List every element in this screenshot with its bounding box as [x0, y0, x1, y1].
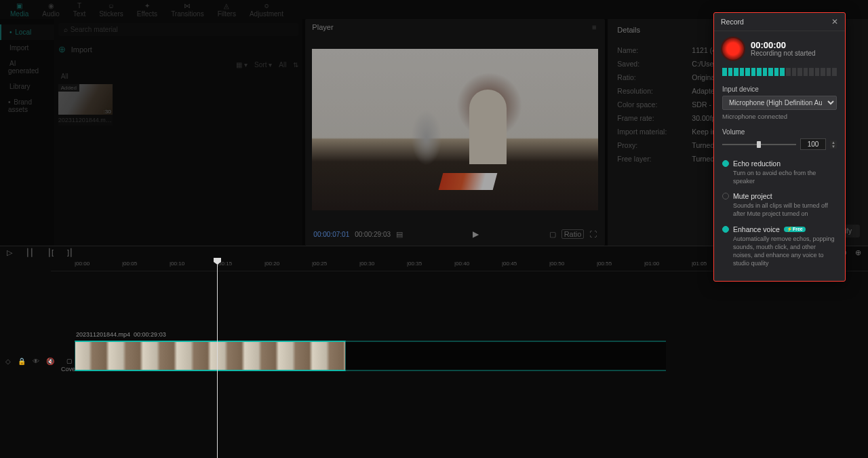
ratio-button[interactable]: Ratio — [561, 229, 585, 239]
crop-icon[interactable]: ▢ — [549, 230, 556, 239]
view-grid-icon[interactable]: ▦ ▾ — [236, 61, 248, 69]
sidebar-item-local[interactable]: Local — [0, 24, 54, 40]
compare-icon[interactable]: ▤ — [396, 230, 403, 239]
transitions-icon: ⋈ — [182, 2, 192, 10]
filters-icon: ◬ — [222, 2, 231, 10]
tab-audio[interactable]: ◉Audio — [35, 1, 66, 19]
volume-slider[interactable] — [722, 144, 796, 145]
duration-badge: :30 — [104, 109, 111, 115]
eye-icon[interactable]: 👁 — [33, 358, 39, 458]
left-sidebar: Local Import AI generated Library Brand … — [0, 19, 54, 246]
timeline-tracks[interactable]: |00:00|00:05|00:10|00:15|00:20|00:25|00:… — [51, 259, 868, 458]
echo-desc: Turn on to avoid echo from the speaker — [733, 169, 837, 185]
player-menu-icon[interactable]: ≡ — [592, 23, 598, 31]
ruler-tick: |00:20 — [264, 261, 279, 267]
time-total: 00:00:29:03 — [355, 231, 391, 238]
preview-image[interactable] — [312, 49, 598, 210]
record-button[interactable] — [722, 38, 744, 60]
detail-label: Saved: — [617, 60, 692, 68]
record-time: 00:00:00 — [751, 41, 816, 50]
mic-connected: Microphone connected — [722, 113, 837, 120]
tab-media[interactable]: ▣Media — [3, 1, 35, 19]
audio-icon: ◉ — [46, 2, 56, 10]
input-device-label: Input device — [722, 85, 837, 93]
sidebar-item-library[interactable]: Library — [0, 79, 54, 94]
echo-checkbox[interactable] — [722, 160, 729, 167]
close-icon[interactable]: ✕ — [831, 17, 838, 26]
detail-label: Free layer: — [617, 155, 692, 163]
enhance-title: Enhance voice — [733, 225, 780, 233]
tab-stickers[interactable]: ☺Stickers — [92, 1, 130, 19]
time-current: 00:00:07:01 — [313, 231, 349, 238]
timeline-area[interactable]: ◇ 🔒 👁 🔇 ▢Cover |00:00|00:05|00:10|00:15|… — [0, 259, 868, 458]
search-icon: ⌕ — [64, 26, 68, 33]
adjust-icon: ≎ — [262, 2, 271, 10]
tab-effects[interactable]: ✦Effects — [130, 1, 164, 19]
ruler-tick: |00:00 — [75, 261, 90, 267]
level-meter — [722, 68, 837, 76]
split-tool-icon[interactable]: ⎮⎮ — [26, 248, 34, 257]
ruler-tick: |00:50 — [549, 261, 564, 267]
ruler-tick: |00:45 — [502, 261, 517, 267]
clip-thumbs — [75, 341, 346, 371]
empty-track[interactable] — [346, 341, 666, 371]
volume-input[interactable] — [800, 138, 826, 150]
ruler-tick: |01:05 — [692, 261, 707, 267]
detail-label: Proxy: — [617, 141, 692, 149]
stickers-icon: ☺ — [106, 2, 116, 10]
ruler-tick: |00:10 — [170, 261, 184, 267]
clip-label: 202311201844.mp4 00:00:29:03 — [76, 331, 166, 338]
sidebar-item-brand[interactable]: Brand assets — [0, 94, 54, 117]
thumbnail-name: 202311201844.mp4 — [58, 115, 113, 126]
category-all: All — [61, 73, 299, 80]
detail-label: Color space: — [617, 100, 692, 109]
ruler-tick: |00:30 — [359, 261, 374, 267]
enhance-checkbox[interactable] — [722, 226, 729, 233]
detail-label: Name: — [617, 46, 692, 54]
play-button[interactable]: ▶ — [473, 229, 479, 239]
search-bar[interactable]: ⌕ — [58, 23, 299, 36]
tab-transitions[interactable]: ⋈Transitions — [164, 1, 211, 19]
enhance-desc: Automatically remove echos, popping soun… — [733, 235, 837, 268]
media-thumbnail[interactable]: Added :30 202311201844.mp4 — [58, 84, 113, 126]
mute-checkbox[interactable] — [722, 193, 729, 199]
ruler-tick: |01:00 — [644, 261, 659, 267]
trim-right-icon[interactable]: ]⎮ — [67, 248, 73, 257]
lock-icon[interactable]: 🔒 — [18, 358, 26, 458]
filter-all-btn[interactable]: All — [279, 61, 286, 69]
tab-text[interactable]: TText — [66, 1, 92, 19]
player-panel: Player ≡ 00:00:07:01 00:00:29:03 ▤ ▶ ▢ R… — [305, 19, 605, 246]
ruler-tick: |00:05 — [122, 261, 137, 267]
tab-filters[interactable]: ◬Filters — [211, 1, 243, 19]
volume-label: Volume — [722, 128, 837, 136]
sidebar-item-ai[interactable]: AI generated — [0, 56, 54, 79]
import-plus-icon[interactable]: ⊕ — [58, 44, 66, 54]
added-badge: Added — [58, 84, 79, 92]
free-badge: ⚡Free — [784, 227, 806, 232]
tab-adjustment[interactable]: ≎Adjustment — [243, 1, 290, 19]
trim-left-icon[interactable]: ⎮[ — [47, 248, 54, 257]
text-icon: T — [75, 2, 84, 10]
import-label[interactable]: Import — [71, 45, 92, 54]
search-input[interactable] — [71, 26, 294, 33]
clip-opt-icon[interactable]: ◇ — [5, 358, 11, 458]
record-title: Record — [721, 18, 744, 26]
ruler-tick: |00:35 — [407, 261, 422, 267]
video-clip[interactable]: 202311201844.mp4 00:00:29:03 — [75, 341, 346, 371]
ruler-tick: |00:25 — [312, 261, 327, 267]
timeline-left-controls: ◇ 🔒 👁 🔇 ▢Cover — [0, 259, 51, 458]
sidebar-item-import[interactable]: Import — [0, 40, 54, 56]
sort-btn[interactable]: Sort ▾ — [254, 61, 272, 69]
player-title: Player — [312, 23, 333, 31]
select-tool-icon[interactable]: ▷ — [7, 248, 12, 257]
zoom-in-icon[interactable]: ⊕ — [855, 248, 861, 257]
playhead[interactable] — [217, 259, 218, 458]
fullscreen-icon[interactable]: ⛶ — [589, 230, 597, 238]
record-status: Recording not started — [751, 50, 816, 57]
media-icon: ▣ — [15, 2, 24, 10]
volume-down-icon[interactable]: ▼ — [830, 145, 837, 149]
input-device-select[interactable]: Microphone (High Definition Au... — [722, 96, 837, 110]
detail-label: Resolution: — [617, 87, 692, 95]
mute-title: Mute project — [733, 192, 772, 200]
filter-icon[interactable]: ⇅ — [293, 61, 298, 69]
